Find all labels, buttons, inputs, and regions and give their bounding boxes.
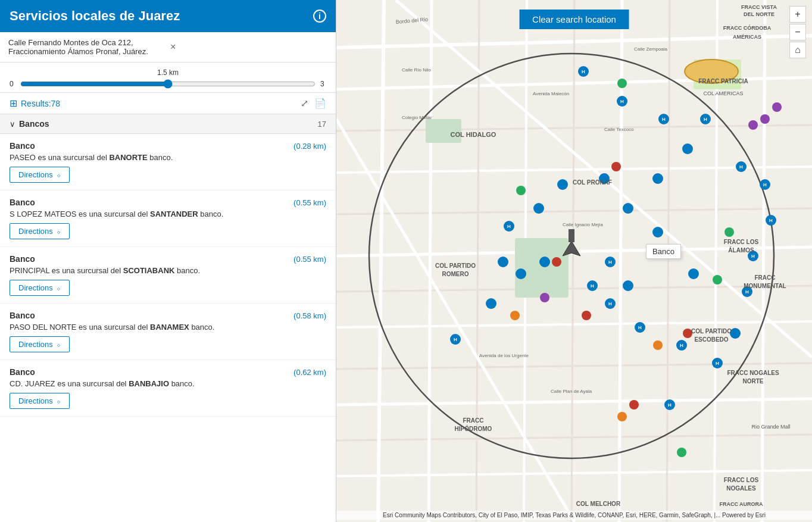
svg-text:H: H xyxy=(763,182,767,187)
svg-text:Calle Zempoala: Calle Zempoala xyxy=(634,46,668,52)
results-list: ∨ Bancos 17 Banco (0.28 km) PASEO es una… xyxy=(0,114,336,522)
directions-button-1[interactable]: Directions ⬦ xyxy=(10,223,70,239)
svg-text:H: H xyxy=(608,301,612,307)
svg-text:H: H xyxy=(716,361,719,366)
svg-text:COL MELCHOR: COL MELCHOR xyxy=(576,501,621,507)
info-icon[interactable]: i xyxy=(313,10,326,23)
grid-icon: ⊞ xyxy=(10,98,17,109)
svg-point-56 xyxy=(652,227,663,237)
zoom-out-button[interactable]: − xyxy=(789,24,806,40)
svg-text:H: H xyxy=(608,260,612,265)
result-card: Banco (0.55 km) PRINCIPAL es una surcurs… xyxy=(0,247,336,304)
map-attribution: Esri Community Maps Contributors, City o… xyxy=(336,511,812,520)
category-header[interactable]: ∨ Bancos 17 xyxy=(0,114,336,134)
svg-point-58 xyxy=(623,280,633,291)
slider-label: 1.5 km xyxy=(10,68,326,77)
svg-text:AMÉRICAS: AMÉRICAS xyxy=(733,34,761,40)
card-distance: (0.28 km) xyxy=(293,142,326,151)
results-bar: ⊞ Results:78 ⤢ 📄 xyxy=(0,93,336,114)
svg-point-72 xyxy=(748,120,758,130)
svg-text:H: H xyxy=(751,254,755,259)
svg-text:Calle Río Nilo: Calle Río Nilo xyxy=(402,67,431,73)
svg-point-68 xyxy=(510,311,520,320)
directions-button-4[interactable]: Directions ⬦ xyxy=(10,393,70,409)
svg-point-53 xyxy=(557,179,568,190)
svg-rect-24 xyxy=(515,238,569,298)
svg-text:FRACC: FRACC xyxy=(755,274,776,281)
svg-text:Colegio Militar: Colegio Militar xyxy=(402,115,432,120)
card-title: Banco xyxy=(10,311,35,320)
map-controls: + − ⌂ xyxy=(789,6,806,58)
result-card: Banco (0.58 km) PASO DEL NORTE es una su… xyxy=(0,304,336,360)
expand-icon[interactable]: ⤢ xyxy=(301,98,308,109)
svg-text:ÁLAMOS: ÁLAMOS xyxy=(728,246,754,254)
svg-text:FRACC: FRACC xyxy=(463,417,484,424)
category-name: Bancos xyxy=(19,119,49,129)
svg-point-76 xyxy=(713,275,722,285)
zoom-in-button[interactable]: + xyxy=(789,6,806,23)
home-button[interactable]: ⌂ xyxy=(789,42,806,58)
svg-text:DEL NORTE: DEL NORTE xyxy=(744,11,774,17)
svg-point-59 xyxy=(652,173,663,184)
svg-point-66 xyxy=(629,400,639,410)
svg-rect-30 xyxy=(569,229,574,242)
left-panel: Servicios locales de Juarez i Calle Fern… xyxy=(0,0,336,522)
clear-search-button[interactable]: Clear search location xyxy=(519,10,629,29)
svg-text:Calle Plan de Ayala: Calle Plan de Ayala xyxy=(551,389,592,394)
svg-point-50 xyxy=(498,257,508,267)
card-title: Banco xyxy=(10,254,35,264)
card-description: S LOPEZ MATEOS es una surcursal del SANT… xyxy=(10,210,326,218)
results-text: Results:78 xyxy=(21,99,60,108)
svg-text:H: H xyxy=(739,164,743,170)
clear-location-button[interactable]: × xyxy=(170,42,327,52)
svg-point-79 xyxy=(677,448,686,457)
svg-text:H: H xyxy=(680,343,683,348)
card-distance: (0.58 km) xyxy=(293,311,326,320)
svg-text:COL AMERICAS: COL AMERICAS xyxy=(703,90,743,96)
card-title: Banco xyxy=(10,367,35,377)
svg-text:ROMERO: ROMERO xyxy=(442,271,469,277)
distance-slider[interactable] xyxy=(20,79,316,89)
svg-text:H: H xyxy=(745,289,749,295)
svg-text:NORTE: NORTE xyxy=(743,378,764,385)
svg-point-77 xyxy=(724,227,734,237)
search-location-text: Calle Fernando Montes de Oca 212, Fracci… xyxy=(8,38,165,56)
map-tooltip: Banco xyxy=(646,244,681,259)
panel-header: Servicios locales de Juarez i xyxy=(0,0,336,32)
slider-max: 3 xyxy=(320,80,326,88)
slider-row: 0 3 xyxy=(10,79,326,89)
svg-text:Calle Ignacio Mejía: Calle Ignacio Mejía xyxy=(563,222,604,227)
card-header: Banco (0.62 km) xyxy=(10,367,326,377)
map-background: H H H H H H H H H H H H H H H H H H COL … xyxy=(336,0,812,522)
svg-text:H: H xyxy=(769,218,773,223)
card-description: PASO DEL NORTE es una surcursal del BANA… xyxy=(10,323,326,332)
pdf-icon[interactable]: 📄 xyxy=(314,98,326,109)
results-actions: ⤢ 📄 xyxy=(301,98,326,109)
svg-text:COL PRONAF: COL PRONAF xyxy=(573,179,612,186)
svg-point-47 xyxy=(539,257,550,267)
svg-point-49 xyxy=(486,298,496,309)
directions-button-3[interactable]: Directions ⬦ xyxy=(10,336,70,352)
svg-point-48 xyxy=(516,268,526,279)
svg-point-71 xyxy=(760,114,770,124)
svg-text:FRACC VISTA: FRACC VISTA xyxy=(741,4,777,10)
svg-point-65 xyxy=(582,311,591,320)
directions-button-2[interactable]: Directions ⬦ xyxy=(10,280,70,296)
svg-point-69 xyxy=(653,340,663,350)
svg-point-75 xyxy=(617,79,627,88)
card-distance: (0.62 km) xyxy=(293,368,326,377)
svg-point-57 xyxy=(688,268,699,279)
card-description: CD. JUAREZ es una surcursal del BANBAJIO… xyxy=(10,379,326,388)
card-header: Banco (0.55 km) xyxy=(10,198,326,207)
svg-text:FRACC CÓRDOBA: FRACC CÓRDOBA xyxy=(723,24,772,31)
svg-text:H: H xyxy=(638,325,642,330)
slider-section: 1.5 km 0 3 xyxy=(0,62,336,93)
svg-text:COL PARTIDO: COL PARTIDO xyxy=(435,262,476,269)
directions-button-0[interactable]: Directions ⬦ xyxy=(10,167,70,183)
search-bar: Calle Fernando Montes de Oca 212, Fracci… xyxy=(0,32,336,62)
svg-text:Rio Grande Mall: Rio Grande Mall xyxy=(751,424,790,430)
svg-text:NOGALES: NOGALES xyxy=(726,485,756,492)
svg-point-74 xyxy=(540,293,549,302)
svg-text:H: H xyxy=(704,117,707,122)
card-header: Banco (0.28 km) xyxy=(10,141,326,151)
